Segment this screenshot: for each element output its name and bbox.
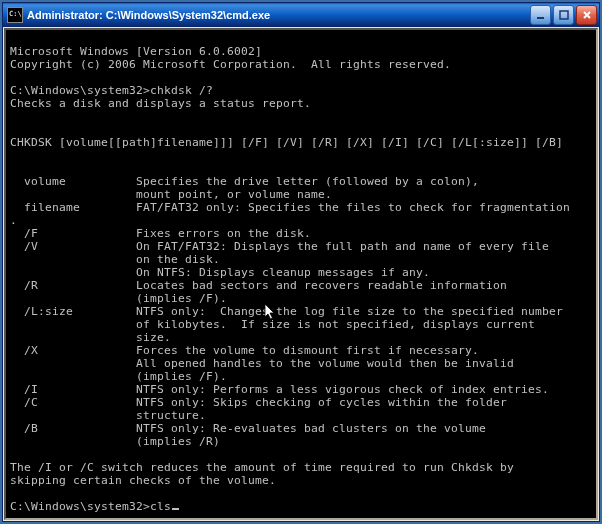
svg-rect-1: [560, 11, 568, 19]
console-output[interactable]: Microsoft Windows [Version 6.0.6002] Cop…: [4, 28, 598, 520]
maximize-icon: [559, 10, 569, 20]
footer-note: The /I or /C switch reduces the amount o…: [10, 461, 514, 487]
prompt-line-2: C:\Windows\system32>cls: [10, 500, 179, 513]
cmd-description: Checks a disk and displays a status repo…: [10, 97, 311, 110]
maximize-button[interactable]: [553, 5, 574, 25]
cmd-icon: [7, 7, 23, 23]
svg-rect-0: [537, 17, 544, 19]
cmd-window: Administrator: C:\Windows\System32\cmd.e…: [2, 2, 600, 522]
window-controls: [530, 5, 597, 25]
close-button[interactable]: [576, 5, 597, 25]
cmd-syntax: CHKDSK [volume[[path]filename]]] [/F] [/…: [10, 136, 563, 149]
close-icon: [582, 10, 592, 20]
parameter-list: volume Specifies the drive letter (follo…: [10, 175, 592, 448]
copyright-line: Copyright (c) 2006 Microsoft Corporation…: [10, 58, 451, 71]
text-cursor: [172, 508, 179, 510]
window-title: Administrator: C:\Windows\System32\cmd.e…: [27, 9, 530, 21]
titlebar[interactable]: Administrator: C:\Windows\System32\cmd.e…: [3, 3, 599, 27]
minimize-button[interactable]: [530, 5, 551, 25]
prompt-line-1: C:\Windows\system32>chkdsk /?: [10, 84, 213, 97]
version-line: Microsoft Windows [Version 6.0.6002]: [10, 45, 262, 58]
minimize-icon: [536, 10, 546, 20]
